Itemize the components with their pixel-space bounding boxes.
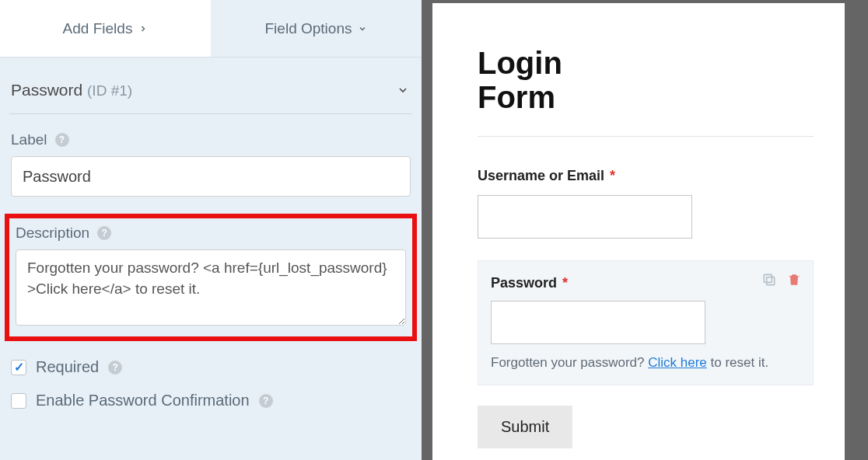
preview-wrapper: Login Form Username or Email * Password … — [422, 0, 868, 460]
help-icon[interactable]: ? — [55, 133, 69, 147]
username-label-text: Username or Email — [478, 168, 604, 183]
submit-button[interactable]: Submit — [478, 406, 572, 448]
password-description: Forgotten your password? Click here to r… — [491, 355, 800, 371]
field-editor: Password (ID #1) Label ? Description ? R… — [0, 57, 422, 425]
title-line2: Form — [478, 80, 555, 114]
help-icon[interactable]: ? — [108, 361, 122, 375]
tab-field-options[interactable]: Field Options — [211, 0, 422, 57]
duplicate-icon[interactable] — [761, 272, 777, 288]
password-field-selected[interactable]: Password * Forgotten your password? Clic… — [478, 260, 814, 385]
desc-prefix: Forgotten your password? — [491, 355, 648, 370]
username-label: Username or Email * — [478, 168, 814, 184]
setting-description-group: Description ? — [5, 214, 417, 341]
setting-label-group: Label ? — [9, 131, 412, 197]
help-icon[interactable]: ? — [259, 394, 273, 408]
required-star: * — [610, 168, 615, 183]
title-line1: Login — [478, 46, 562, 80]
svg-rect-0 — [767, 277, 775, 285]
confirm-checkbox-row[interactable]: Enable Password Confirmation ? — [9, 392, 412, 409]
field-actions — [761, 272, 802, 288]
setting-label-heading: Label ? — [11, 131, 411, 148]
left-panel: Add Fields Field Options Password (ID #1… — [0, 0, 422, 460]
help-icon[interactable]: ? — [97, 226, 111, 240]
field-header[interactable]: Password (ID #1) — [9, 81, 412, 114]
tab-add-fields-label: Add Fields — [63, 20, 133, 37]
required-star: * — [562, 275, 568, 291]
password-label: Password * — [491, 275, 800, 291]
password-label-text: Password — [491, 275, 557, 291]
description-heading-text: Description — [16, 225, 89, 242]
form-title: Login Form — [478, 46, 633, 114]
chevron-down-icon — [358, 24, 367, 33]
checkbox-unchecked-icon — [11, 393, 26, 409]
required-checkbox-row[interactable]: Required ? — [9, 358, 412, 376]
label-heading-text: Label — [11, 131, 47, 148]
divider — [478, 136, 814, 137]
field-name: Password — [11, 81, 82, 99]
setting-description-heading: Description ? — [16, 225, 406, 242]
chevron-down-icon — [397, 84, 409, 96]
field-id: (ID #1) — [87, 82, 132, 99]
required-label: Required — [36, 358, 99, 376]
desc-suffix: to reset it. — [707, 355, 768, 370]
tab-add-fields[interactable]: Add Fields — [0, 0, 211, 57]
reset-link[interactable]: Click here — [648, 355, 707, 370]
password-input[interactable] — [491, 301, 705, 344]
username-field: Username or Email * — [478, 168, 814, 239]
preview-panel: Login Form Username or Email * Password … — [432, 3, 845, 460]
svg-rect-1 — [764, 274, 772, 282]
field-header-title: Password (ID #1) — [11, 81, 132, 99]
chevron-right-icon — [138, 24, 148, 33]
checkbox-checked-icon — [11, 360, 26, 375]
confirm-label: Enable Password Confirmation — [36, 392, 250, 409]
tab-field-options-label: Field Options — [265, 20, 352, 37]
label-input[interactable] — [11, 156, 411, 197]
description-textarea[interactable] — [16, 249, 406, 326]
tabs: Add Fields Field Options — [0, 0, 422, 57]
username-input[interactable] — [478, 195, 692, 239]
trash-icon[interactable] — [786, 272, 802, 288]
